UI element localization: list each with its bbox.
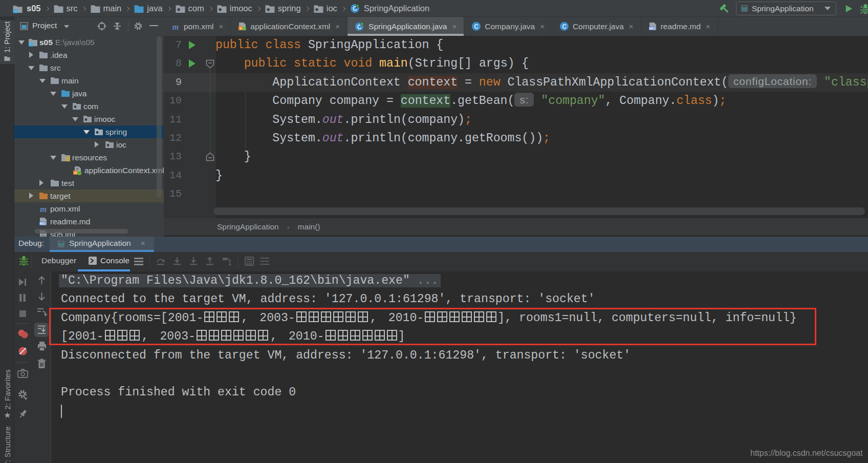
- svg-text:m: m: [40, 204, 47, 214]
- svg-text:C: C: [474, 23, 479, 30]
- svg-text:<: <: [74, 170, 77, 175]
- svg-text:MD: MD: [40, 221, 46, 225]
- svg-text:m: m: [172, 22, 179, 31]
- svg-text:C: C: [562, 23, 567, 30]
- svg-text:<: <: [240, 26, 243, 31]
- svg-text:MD: MD: [649, 27, 655, 30]
